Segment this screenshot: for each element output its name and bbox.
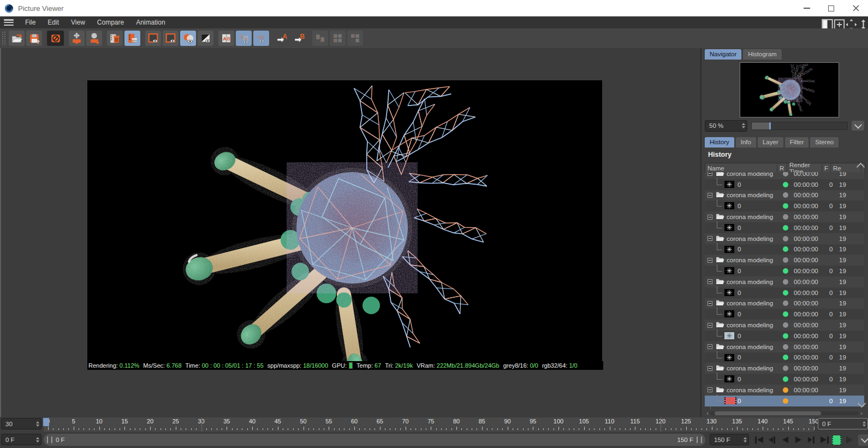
layout-grid-button[interactable]: At bbox=[347, 31, 363, 46]
expand-toggle[interactable] bbox=[708, 215, 712, 220]
compare-split-button[interactable]: AB bbox=[218, 31, 234, 46]
tab-filter[interactable]: Filter bbox=[785, 137, 809, 148]
history-item-row[interactable]: 000:00:00019 bbox=[705, 352, 864, 363]
playback-options-button[interactable] bbox=[858, 434, 868, 446]
set-current-a-button[interactable]: A bbox=[274, 31, 290, 46]
minimize-button[interactable] bbox=[794, 0, 819, 16]
column-name[interactable]: Name bbox=[705, 163, 777, 173]
toolbar-drag-handle[interactable] bbox=[2, 31, 7, 45]
tab-layer[interactable]: Layer bbox=[758, 137, 783, 148]
tab-histogram[interactable]: Histogram bbox=[743, 49, 781, 60]
dock-icon[interactable] bbox=[857, 19, 866, 27]
expand-toggle[interactable] bbox=[708, 172, 712, 176]
save-incoming-button[interactable] bbox=[86, 31, 102, 46]
zoom-slider[interactable] bbox=[751, 122, 848, 130]
first-frame-button[interactable] bbox=[752, 434, 765, 446]
next-frame-button[interactable] bbox=[805, 434, 818, 446]
history-item-row[interactable]: 000:00:00019 bbox=[705, 266, 864, 276]
column-f[interactable]: F bbox=[822, 163, 831, 173]
wipe-ab-button[interactable] bbox=[198, 31, 213, 46]
move-image-button[interactable] bbox=[69, 31, 85, 46]
history-item-row[interactable]: 000:00:00019 bbox=[705, 244, 864, 255]
history-group-row[interactable]: corona modeling00:00:0019 bbox=[705, 172, 864, 179]
compare-wipe-button[interactable]: AB bbox=[253, 31, 269, 46]
hamburger-menu-icon[interactable] bbox=[4, 19, 14, 26]
blend-ab-button[interactable] bbox=[180, 31, 196, 46]
expand-toggle[interactable] bbox=[708, 344, 712, 349]
frame-spinner[interactable]: 0 F bbox=[1, 434, 41, 445]
set-current-b-button[interactable]: B bbox=[292, 31, 307, 46]
expand-toggle[interactable] bbox=[708, 323, 712, 328]
menu-edit[interactable]: Edit bbox=[41, 17, 65, 28]
layout-stack-button[interactable]: AB bbox=[330, 31, 346, 46]
zoom-spinner[interactable]: 50 % bbox=[705, 120, 747, 132]
history-item-row[interactable]: 000:00:00019 bbox=[705, 309, 864, 320]
zoom-presets-button[interactable] bbox=[852, 121, 864, 131]
history-item-row[interactable]: 000:00:00019 bbox=[705, 201, 864, 211]
new-panel-icon[interactable] bbox=[833, 19, 842, 27]
history-group-row[interactable]: corona modeling00:00:0019 bbox=[705, 320, 864, 331]
history-item-row[interactable]: 000:00:00019 bbox=[705, 222, 864, 233]
expand-toggle[interactable] bbox=[708, 258, 712, 263]
history-item-row[interactable]: 000:00:00019 bbox=[705, 179, 864, 190]
expand-toggle[interactable] bbox=[708, 301, 712, 306]
play-forward-button[interactable] bbox=[792, 434, 805, 446]
scrollbar-thumb[interactable] bbox=[715, 411, 821, 415]
history-item-row[interactable]: 000:00:00019 bbox=[705, 374, 864, 385]
column-re[interactable]: Re bbox=[831, 163, 861, 173]
menu-compare[interactable]: Compare bbox=[91, 17, 130, 28]
zoom-spin-arrows[interactable] bbox=[740, 123, 747, 128]
history-group-row[interactable]: corona modeling00:00:0019 bbox=[705, 363, 864, 374]
column-render-time[interactable]: Render Time bbox=[787, 163, 822, 173]
save-image-button[interactable]: ? bbox=[26, 31, 42, 46]
previous-frame-button[interactable] bbox=[765, 434, 778, 446]
scroll-left-icon[interactable]: ‹ bbox=[705, 410, 710, 416]
image-manager-button[interactable] bbox=[124, 31, 140, 46]
column-r[interactable]: R bbox=[777, 163, 787, 173]
open-image-button[interactable] bbox=[9, 31, 25, 46]
current-frame-field[interactable]: 0 F bbox=[818, 418, 868, 429]
navigator-thumbnail[interactable] bbox=[740, 62, 839, 117]
tab-info[interactable]: Info bbox=[736, 137, 756, 148]
play-backward-button[interactable] bbox=[778, 434, 792, 446]
ram-player-icon[interactable] bbox=[832, 435, 841, 445]
range-end-handle[interactable] bbox=[697, 437, 702, 443]
history-item-row[interactable]: 000:00:00019 bbox=[705, 331, 864, 341]
history-group-row[interactable]: corona modeling00:00:0019 bbox=[705, 190, 864, 201]
history-group-row[interactable]: corona modeling00:00:0019 bbox=[705, 255, 864, 266]
history-group-row[interactable]: corona modeling00:00:0019 bbox=[705, 276, 864, 287]
expand-toggle[interactable] bbox=[708, 279, 712, 284]
split-view-icon[interactable] bbox=[821, 19, 830, 27]
menu-file[interactable]: File bbox=[19, 17, 41, 28]
menu-animation[interactable]: Animation bbox=[130, 17, 171, 28]
end-frame-spinner[interactable]: 150 F bbox=[710, 434, 749, 445]
layout-ab-button[interactable]: ab bbox=[312, 31, 328, 46]
history-item-row[interactable]: 000:00:00019 bbox=[705, 287, 864, 298]
range-start-handle[interactable] bbox=[47, 437, 52, 443]
history-item-row[interactable]: 0019 bbox=[705, 396, 864, 406]
delete-image-button[interactable] bbox=[107, 31, 123, 46]
show-image-b-button[interactable] bbox=[163, 31, 179, 46]
maximize-button[interactable] bbox=[819, 0, 843, 16]
tab-navigator[interactable]: Navigator bbox=[705, 49, 741, 60]
expand-toggle[interactable] bbox=[708, 387, 712, 392]
render-canvas[interactable]: Rendering:0.112%Ms/Sec:6.768Time:00 : 00… bbox=[87, 80, 602, 370]
scroll-right-icon[interactable]: › bbox=[859, 410, 864, 416]
frame-ruler[interactable]: 0510152025303540455055606570758085909510… bbox=[44, 417, 815, 432]
history-group-row[interactable]: corona modeling00:00:0019 bbox=[705, 233, 864, 244]
fps-spinner[interactable]: 30 bbox=[1, 418, 41, 429]
menu-view[interactable]: View bbox=[65, 17, 91, 28]
expand-toggle[interactable] bbox=[708, 193, 712, 198]
expand-toggle[interactable] bbox=[708, 366, 712, 371]
zoom-slider-handle[interactable] bbox=[769, 122, 771, 129]
move-panels-icon[interactable] bbox=[845, 19, 854, 27]
compare-blend-button[interactable]: AB bbox=[236, 31, 252, 46]
playhead[interactable] bbox=[43, 418, 49, 426]
abort-render-button[interactable] bbox=[47, 31, 64, 46]
history-group-row[interactable]: corona modeling00:00:0019 bbox=[705, 211, 864, 222]
expand-toggle[interactable] bbox=[708, 236, 712, 241]
tab-history[interactable]: History bbox=[705, 137, 734, 148]
history-horizontal-scrollbar[interactable]: ‹ › bbox=[705, 410, 864, 416]
history-group-row[interactable]: corona modeling00:00:0019 bbox=[705, 298, 864, 309]
history-group-row[interactable]: corona modeling00:00:0019 bbox=[705, 341, 864, 352]
